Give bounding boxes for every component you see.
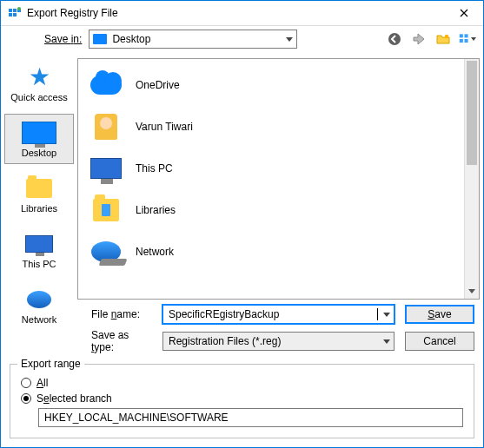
svg-rect-9 xyxy=(465,35,468,38)
places-bar: ★ Quick access Desktop Libraries This PC… xyxy=(1,53,77,300)
user-folder-icon xyxy=(89,109,123,144)
export-range-legend: Export range xyxy=(17,358,84,370)
svg-rect-1 xyxy=(13,9,17,12)
radio-icon xyxy=(21,393,31,404)
list-item[interactable]: Network xyxy=(83,231,459,273)
save-type-label: Save as type: xyxy=(91,329,152,353)
radio-selected-branch[interactable]: Selected branch xyxy=(21,392,463,405)
radio-all[interactable]: All xyxy=(21,377,463,389)
place-label: Desktop xyxy=(22,148,56,158)
svg-rect-0 xyxy=(9,9,12,12)
file-name: Network xyxy=(136,246,174,258)
savein-combo[interactable]: Desktop xyxy=(89,30,297,49)
vertical-scrollbar[interactable] xyxy=(464,59,479,299)
titlebar: Export Registry File xyxy=(1,1,483,26)
list-item[interactable]: This PC xyxy=(83,148,459,189)
cancel-button[interactable]: Cancel xyxy=(405,332,474,351)
registry-icon xyxy=(8,6,22,20)
radio-icon xyxy=(21,378,31,388)
branch-input-wrap xyxy=(21,408,463,427)
place-label: This PC xyxy=(22,259,56,269)
place-desktop[interactable]: Desktop xyxy=(4,114,74,164)
savein-toolbar: Save in: Desktop xyxy=(1,26,483,53)
place-libraries[interactable]: Libraries xyxy=(4,169,74,220)
radio-all-label: All xyxy=(36,377,48,389)
svg-point-7 xyxy=(445,35,448,38)
chevron-down-icon[interactable] xyxy=(378,306,394,323)
svg-rect-10 xyxy=(460,39,463,43)
save-type-combo[interactable]: Registration Files (*.reg) xyxy=(162,332,394,351)
up-one-level-icon[interactable] xyxy=(410,30,428,48)
save-type-value: Registration Files (*.reg) xyxy=(169,335,378,347)
list-item[interactable]: Varun Tiwari xyxy=(83,106,459,148)
place-quick-access[interactable]: ★ Quick access xyxy=(4,58,74,109)
list-item[interactable]: Libraries xyxy=(83,189,459,231)
file-name: This PC xyxy=(136,162,173,175)
this-pc-icon xyxy=(89,151,123,186)
list-item[interactable]: OneDrive xyxy=(83,64,459,106)
place-label: Libraries xyxy=(21,203,57,214)
file-name-label: File name: xyxy=(91,308,152,320)
file-name: Libraries xyxy=(136,204,176,216)
svg-rect-8 xyxy=(460,35,463,38)
svg-point-5 xyxy=(17,7,21,10)
new-folder-icon[interactable] xyxy=(434,30,452,48)
place-this-pc[interactable]: This PC xyxy=(4,225,74,275)
chevron-down-icon xyxy=(286,37,293,42)
desktop-mini-icon xyxy=(93,34,107,44)
view-menu-icon[interactable] xyxy=(459,30,476,48)
svg-rect-4 xyxy=(13,13,17,16)
middle: ★ Quick access Desktop Libraries This PC… xyxy=(1,53,483,300)
back-icon[interactable] xyxy=(386,30,403,48)
svg-point-6 xyxy=(388,33,401,45)
file-name: Varun Tiwari xyxy=(136,121,193,133)
libraries-icon xyxy=(89,193,123,227)
file-name-input[interactable]: SpecificREgistryBackup xyxy=(162,305,394,324)
close-button[interactable] xyxy=(447,1,481,25)
svg-rect-3 xyxy=(9,13,12,16)
file-name-value: SpecificREgistryBackup xyxy=(169,308,376,320)
fields-row: File name: SpecificREgistryBackup Save S… xyxy=(1,300,483,359)
chevron-down-icon xyxy=(471,37,476,41)
export-range-group: Export range All Selected branch xyxy=(10,364,474,438)
onedrive-icon xyxy=(89,68,123,102)
scroll-down-icon[interactable] xyxy=(465,284,479,299)
toolbar-icons xyxy=(386,30,476,48)
scrollbar-thumb[interactable] xyxy=(467,61,477,165)
title-left: Export Registry File xyxy=(8,6,118,20)
quick-access-icon: ★ xyxy=(22,64,56,90)
this-pc-icon xyxy=(22,231,56,257)
savein-value: Desktop xyxy=(112,33,150,45)
file-list-pane: OneDrive Varun Tiwari This PC Libraries … xyxy=(77,58,480,300)
place-label: Quick access xyxy=(10,92,67,102)
save-button[interactable]: Save xyxy=(405,305,474,324)
file-list[interactable]: OneDrive Varun Tiwari This PC Libraries … xyxy=(78,59,464,299)
radio-selected-label: Selected branch xyxy=(36,392,112,405)
savein-label: Save in: xyxy=(44,33,82,45)
svg-rect-11 xyxy=(465,39,468,43)
branch-input[interactable] xyxy=(38,408,463,427)
file-name: OneDrive xyxy=(136,79,180,91)
chevron-down-icon[interactable] xyxy=(378,333,394,350)
desktop-icon xyxy=(22,120,56,146)
window-title: Export Registry File xyxy=(27,7,118,19)
network-icon xyxy=(89,234,123,269)
libraries-icon xyxy=(22,175,56,201)
